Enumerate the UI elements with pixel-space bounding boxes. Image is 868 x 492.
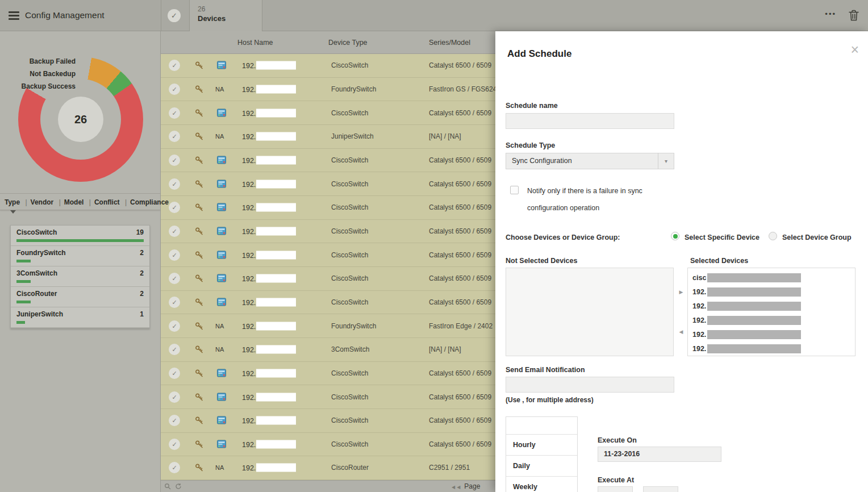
host-name-cell[interactable]: 192. bbox=[242, 416, 296, 425]
row-select-icon[interactable]: ✓ bbox=[169, 368, 180, 379]
row-select-icon[interactable]: ✓ bbox=[169, 320, 180, 332]
schedule-tab[interactable]: Daily bbox=[506, 456, 577, 477]
first-page-icon[interactable]: ◀ bbox=[452, 485, 455, 490]
row-select-icon[interactable]: ✓ bbox=[169, 107, 180, 119]
credentials-key-icon[interactable] bbox=[195, 109, 203, 117]
device-summary-item[interactable]: CiscoSwitch 19 bbox=[11, 226, 149, 246]
more-options-icon[interactable]: ••• bbox=[825, 0, 836, 28]
row-select-icon[interactable]: ✓ bbox=[169, 462, 180, 473]
device-row[interactable]: ✓ 192. CiscoSwitch Catalyst 6500 / 6509 bbox=[161, 385, 495, 409]
device-row[interactable]: ✓ NA 192. JuniperSwitch [NA] / [NA] bbox=[161, 125, 495, 149]
host-name-cell[interactable]: 192. bbox=[242, 464, 296, 472]
host-name-cell[interactable]: 192. bbox=[242, 393, 296, 401]
host-name-cell[interactable]: 192. bbox=[242, 322, 296, 330]
row-select-icon[interactable]: ✓ bbox=[169, 297, 180, 308]
host-name-cell[interactable]: 192. bbox=[242, 180, 296, 188]
execute-on-date-input[interactable]: 11-23-2016 bbox=[598, 447, 721, 462]
selected-devices-listbox[interactable]: cisc 192. 192. 192. 192. 192. bbox=[687, 268, 856, 356]
host-name-cell[interactable]: 192. bbox=[242, 440, 296, 448]
credentials-key-icon[interactable] bbox=[195, 156, 203, 164]
move-left-icon[interactable]: ◀ bbox=[675, 324, 687, 339]
device-row[interactable]: ✓ 192. CiscoSwitch Catalyst 6500 / 6509 bbox=[161, 433, 495, 457]
row-select-icon[interactable]: ✓ bbox=[169, 226, 180, 237]
column-device-type[interactable]: Device Type bbox=[328, 31, 368, 54]
selected-device-item[interactable]: 192. bbox=[688, 313, 855, 327]
device-row[interactable]: ✓ NA 192. FoundrySwitch FastIron Edge / … bbox=[161, 314, 495, 338]
host-name-cell[interactable]: 192. bbox=[242, 227, 296, 235]
radio-select-device-group[interactable] bbox=[769, 232, 777, 240]
selected-device-item[interactable]: 192. bbox=[688, 341, 855, 356]
credentials-key-icon[interactable] bbox=[195, 203, 203, 212]
credentials-key-icon[interactable] bbox=[195, 322, 203, 330]
device-row[interactable]: ✓ NA 192. 3ComSwitch [NA] / [NA] bbox=[161, 338, 495, 362]
device-row[interactable]: ✓ NA 192. CiscoRouter C2951 / 2951 bbox=[161, 456, 495, 480]
credentials-key-icon[interactable] bbox=[195, 251, 203, 259]
row-select-icon[interactable]: ✓ bbox=[169, 273, 180, 284]
device-row[interactable]: ✓ 192. CiscoSwitch Catalyst 6500 / 6509 bbox=[161, 54, 495, 78]
credentials-key-icon[interactable] bbox=[195, 393, 203, 401]
email-input[interactable] bbox=[506, 377, 674, 393]
device-summary-item[interactable]: FoundrySwitch 2 bbox=[11, 246, 149, 266]
device-row[interactable]: ✓ 192. CiscoSwitch Catalyst 6500 / 6509 bbox=[161, 362, 495, 386]
device-row[interactable]: ✓ 192. CiscoSwitch Catalyst 6500 / 6509 bbox=[161, 149, 495, 173]
execute-at-minute-select[interactable] bbox=[643, 486, 678, 492]
credentials-key-icon[interactable] bbox=[195, 274, 203, 283]
device-row[interactable]: ✓ 192. CiscoSwitch Catalyst 6500 / 6509 bbox=[161, 172, 495, 196]
search-icon[interactable] bbox=[164, 483, 171, 491]
selected-device-item[interactable]: cisc bbox=[688, 270, 855, 285]
radio-group-label[interactable]: Select Device Group bbox=[782, 234, 852, 241]
not-selected-devices-listbox[interactable] bbox=[506, 268, 674, 356]
device-summary-item[interactable]: 3ComSwitch 2 bbox=[11, 266, 149, 287]
row-select-icon[interactable]: ✓ bbox=[169, 155, 180, 166]
credentials-key-icon[interactable] bbox=[195, 298, 203, 306]
credentials-key-icon[interactable] bbox=[195, 132, 203, 141]
refresh-icon[interactable] bbox=[175, 483, 182, 491]
selected-device-item[interactable]: 192. bbox=[688, 285, 855, 299]
credentials-key-icon[interactable] bbox=[195, 369, 203, 377]
trash-icon[interactable] bbox=[849, 10, 860, 22]
radio-select-specific-device[interactable] bbox=[671, 232, 679, 240]
schedule-tab-blank[interactable] bbox=[506, 417, 577, 435]
schedule-tab[interactable]: Hourly bbox=[506, 435, 577, 456]
device-summary-item[interactable]: CiscoRouter 2 bbox=[11, 287, 149, 307]
credentials-key-icon[interactable] bbox=[195, 345, 203, 354]
schedule-name-input[interactable] bbox=[506, 113, 674, 129]
select-all-icon[interactable]: ✓ bbox=[168, 9, 181, 22]
host-name-cell[interactable]: 192. bbox=[242, 298, 296, 306]
sidebar-tab[interactable]: Conflict bbox=[86, 198, 120, 206]
row-select-icon[interactable]: ✓ bbox=[169, 391, 180, 403]
credentials-key-icon[interactable] bbox=[195, 440, 203, 448]
notify-checkbox[interactable] bbox=[510, 186, 519, 194]
row-select-icon[interactable]: ✓ bbox=[169, 249, 180, 261]
device-row[interactable]: ✓ NA 192. FoundrySwitch FastIron GS / FG… bbox=[161, 78, 495, 102]
host-name-cell[interactable]: 192. bbox=[242, 203, 296, 212]
credentials-key-icon[interactable] bbox=[195, 180, 203, 188]
selected-device-item[interactable]: 192. bbox=[688, 327, 855, 341]
execute-at-hour-select[interactable] bbox=[598, 486, 633, 492]
devices-count-tab[interactable]: 26 Devices bbox=[189, 0, 262, 31]
sidebar-tab[interactable]: Model bbox=[56, 198, 84, 206]
host-name-cell[interactable]: 192. bbox=[242, 345, 296, 354]
chevron-down-icon[interactable]: ▾ bbox=[658, 153, 674, 169]
close-icon[interactable]: × bbox=[850, 43, 859, 57]
device-row[interactable]: ✓ 192. CiscoSwitch Catalyst 6500 / 6509 bbox=[161, 243, 495, 267]
device-row[interactable]: ✓ 192. CiscoSwitch Catalyst 6500 / 6509 bbox=[161, 409, 495, 433]
device-row[interactable]: ✓ 192. CiscoSwitch Catalyst 6500 / 6509 bbox=[161, 220, 495, 244]
move-right-icon[interactable]: ▶ bbox=[675, 285, 687, 299]
row-select-icon[interactable]: ✓ bbox=[169, 202, 180, 213]
credentials-key-icon[interactable] bbox=[195, 61, 203, 70]
device-row[interactable]: ✓ 192. CiscoSwitch Catalyst 6500 / 6509 bbox=[161, 101, 495, 125]
column-series-model[interactable]: Series/Model bbox=[429, 31, 470, 54]
row-select-icon[interactable]: ✓ bbox=[169, 415, 180, 426]
credentials-key-icon[interactable] bbox=[195, 85, 203, 93]
sidebar-tab[interactable]: Type bbox=[5, 198, 20, 206]
host-name-cell[interactable]: 192. bbox=[242, 85, 296, 93]
host-name-cell[interactable]: 192. bbox=[242, 274, 296, 283]
row-select-icon[interactable]: ✓ bbox=[169, 131, 180, 142]
schedule-type-select[interactable]: Sync Configuration ▾ bbox=[506, 153, 674, 169]
row-select-icon[interactable]: ✓ bbox=[169, 439, 180, 450]
row-select-icon[interactable]: ✓ bbox=[169, 84, 180, 95]
host-name-cell[interactable]: 192. bbox=[242, 109, 296, 117]
prev-page-icon[interactable]: ◀ bbox=[457, 485, 460, 490]
host-name-cell[interactable]: 192. bbox=[242, 132, 296, 141]
